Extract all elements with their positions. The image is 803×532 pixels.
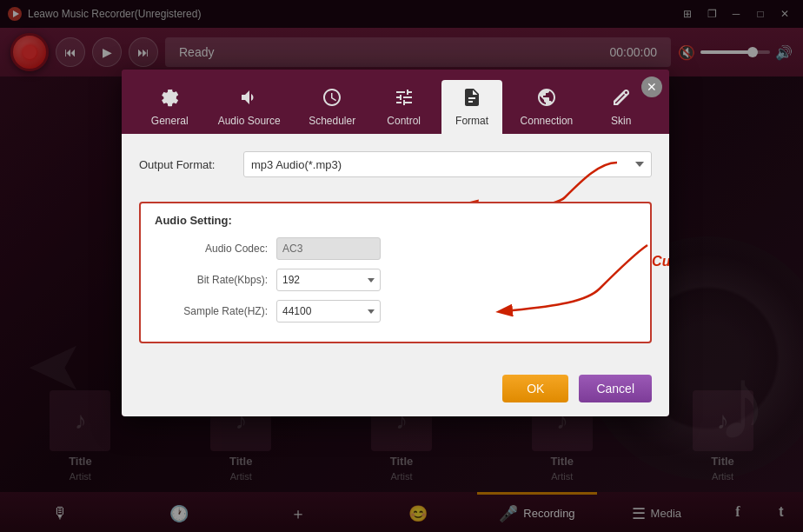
gear-icon	[159, 87, 180, 111]
tab-format-label: Format	[455, 115, 488, 127]
tab-connection[interactable]: Connection	[510, 80, 584, 134]
bitrate-label: Bit Rate(Kbps):	[155, 274, 276, 286]
audio-setting-title: Audio Setting:	[155, 214, 636, 227]
skin-icon	[611, 87, 632, 111]
codec-label: Audio Codec:	[155, 243, 276, 255]
dialog-close-button[interactable]: ✕	[641, 76, 662, 97]
speaker-icon	[239, 87, 260, 111]
format-icon	[461, 87, 482, 111]
bitrate-select[interactable]: 128 192 256 320	[276, 269, 381, 291]
tab-scheduler[interactable]: Scheduler	[298, 80, 366, 134]
tab-skin-label: Skin	[611, 115, 631, 127]
tab-general[interactable]: General	[139, 80, 200, 134]
sample-rate-select[interactable]: 22050 44100 48000	[276, 300, 381, 323]
sample-rate-label: Sample Rate(HZ):	[155, 305, 276, 317]
sliders-icon	[394, 87, 415, 111]
codec-value: AC3	[276, 237, 381, 260]
clock-icon	[322, 87, 342, 111]
tab-audio-source-label: Audio Source	[218, 115, 281, 127]
connection-icon	[536, 87, 557, 111]
dialog-buttons: OK Cancel	[122, 361, 669, 416]
output-format-label: Output Format:	[139, 158, 243, 171]
tab-control[interactable]: Control	[374, 80, 435, 134]
tab-general-label: General	[151, 115, 189, 127]
arrow-to-settings	[487, 236, 660, 323]
tab-format[interactable]: Format	[441, 80, 502, 134]
annotation-customize-text: Customize audio setting	[652, 254, 669, 269]
tab-scheduler-label: Scheduler	[309, 115, 355, 127]
dialog-content: Output Format: mp3 Audio(*.mp3) WAV Audi…	[122, 134, 669, 361]
annotation-area: Choose as MP3/WAV Audio Setting: Audio C…	[139, 202, 652, 343]
settings-dialog: ✕ General Audio Source	[122, 70, 669, 416]
settings-tab-bar: General Audio Source Scheduler	[122, 70, 669, 134]
tab-connection-label: Connection	[521, 115, 574, 127]
ok-button[interactable]: OK	[502, 375, 568, 402]
tab-audio-source[interactable]: Audio Source	[208, 80, 291, 134]
cancel-button[interactable]: Cancel	[579, 375, 652, 402]
tab-control-label: Control	[387, 115, 421, 127]
